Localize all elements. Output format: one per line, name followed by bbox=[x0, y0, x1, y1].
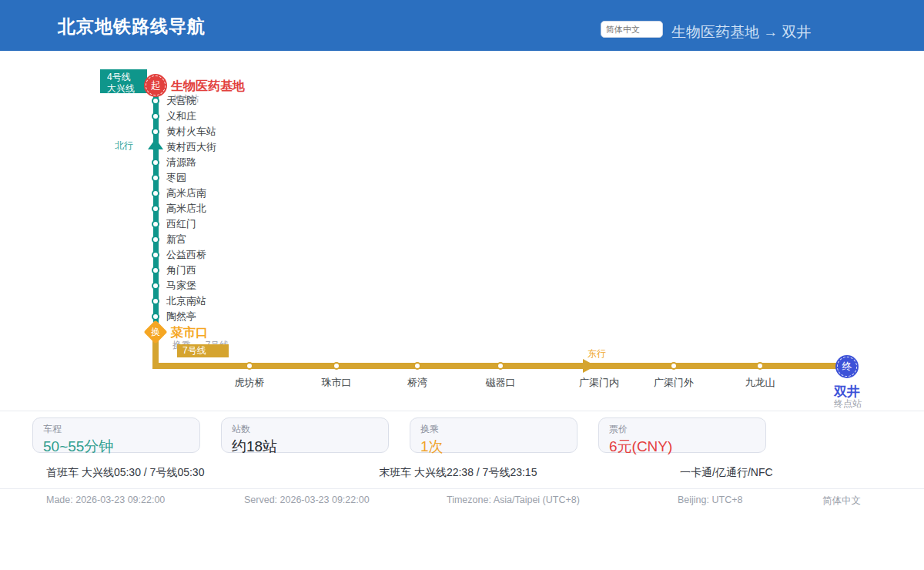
first-train-info: 首班车 大兴线05:30 / 7号线05:30 bbox=[46, 466, 204, 480]
line4-station-dot bbox=[152, 97, 159, 105]
line7-station-dot bbox=[246, 362, 253, 370]
line4-station-dot bbox=[152, 220, 159, 228]
summary-card-label: 车程 bbox=[43, 423, 199, 436]
summary-card-value: 约18站 bbox=[232, 437, 388, 457]
line4-station-label: 公益西桥 bbox=[166, 249, 206, 261]
eastbound-arrow-icon bbox=[583, 359, 596, 373]
line7-badge: 7号线 bbox=[177, 344, 229, 357]
footer-served: Served: 2026-03-23 09:22:00 bbox=[244, 495, 370, 505]
header-bar: 北京地铁路线导航 生物医药基地 → 双井 bbox=[0, 0, 924, 51]
line4-station-label: 北京南站 bbox=[166, 295, 206, 307]
line7-station-label: 广渠门内 bbox=[579, 376, 619, 390]
line4-badge: 4号线 大兴线 bbox=[100, 69, 147, 93]
summary-card-label: 换乘 bbox=[420, 423, 577, 436]
start-station-name: 生物医药基地 bbox=[171, 79, 245, 95]
line4-station-dot bbox=[152, 174, 159, 182]
terminal-badge: 终 bbox=[837, 357, 857, 377]
footer-beijing: Beijing: UTC+8 bbox=[678, 495, 742, 505]
line4-station-dot bbox=[152, 128, 159, 136]
line7-station-dot bbox=[756, 362, 764, 370]
payment-methods: 一卡通/亿通行/NFC bbox=[680, 466, 773, 480]
summary-divider bbox=[0, 411, 924, 411]
line4-station-label: 西红门 bbox=[166, 218, 196, 230]
last-train-info: 末班车 大兴线22:38 / 7号线23:15 bbox=[379, 466, 537, 480]
line4-station-label: 黄村西大街 bbox=[166, 141, 216, 153]
summary-card-label: 票价 bbox=[609, 423, 765, 436]
line7-station-dot bbox=[670, 362, 678, 370]
line7-station-dot bbox=[333, 362, 340, 370]
line4-station-dot bbox=[152, 112, 159, 120]
line4-station-dot bbox=[152, 159, 159, 166]
line4-badge-line2: 大兴线 bbox=[107, 83, 147, 93]
summary-card-value: 50~55分钟 bbox=[43, 437, 199, 457]
line7-station-dot bbox=[413, 362, 421, 370]
summary-card: 车程50~55分钟 bbox=[32, 417, 200, 453]
line4-station-label: 角门西 bbox=[166, 264, 196, 277]
line7-track-horizontal bbox=[152, 363, 839, 369]
transfer-badge-text: 换 bbox=[147, 324, 164, 340]
line7-station-label: 桥湾 bbox=[407, 376, 427, 390]
footer-made: Made: 2026-03-23 09:22:00 bbox=[46, 495, 165, 505]
line7-station-label: 虎坊桥 bbox=[235, 376, 265, 390]
summary-card-value: 1次 bbox=[420, 437, 577, 457]
start-badge: 起 bbox=[146, 75, 166, 96]
line4-station-label: 义和庄 bbox=[166, 110, 196, 122]
summary-card: 换乘1次 bbox=[410, 417, 578, 453]
line4-station-dot bbox=[152, 297, 159, 305]
line4-station-dot bbox=[152, 267, 159, 274]
line4-station-label: 马家堡 bbox=[166, 280, 196, 292]
footer-divider bbox=[0, 488, 924, 489]
line4-station-dot bbox=[152, 236, 159, 243]
line7-station-label: 磁器口 bbox=[486, 376, 516, 390]
page-title: 北京地铁路线导航 bbox=[58, 15, 206, 39]
transfer-badge: 换 bbox=[143, 320, 167, 344]
line4-station-label: 新宫 bbox=[166, 233, 186, 246]
language-input[interactable] bbox=[601, 21, 663, 38]
summary-card-value: 6元(CNY) bbox=[609, 437, 765, 457]
summary-card-label: 站数 bbox=[232, 423, 388, 436]
line4-station-label: 黄村火车站 bbox=[166, 126, 216, 138]
northbound-arrow-icon bbox=[148, 139, 163, 149]
line4-station-label: 高米店北 bbox=[166, 203, 206, 215]
app: 北京地铁路线导航 生物医药基地 → 双井 4号线 大兴线 起 生物医药基地 起点… bbox=[0, 0, 924, 570]
footer-language: 简体中文 bbox=[822, 495, 861, 508]
northbound-label: 北行 bbox=[115, 139, 133, 153]
summary-card: 站数约18站 bbox=[221, 417, 389, 453]
route-summary: 生物医药基地 → 双井 bbox=[671, 22, 812, 42]
terminal-station-subtitle: 终点站 bbox=[834, 397, 862, 411]
line4-station-dot bbox=[152, 282, 159, 290]
line4-station-label: 天宫院 bbox=[166, 95, 196, 107]
line7-station-label: 珠市口 bbox=[322, 376, 352, 390]
line7-station-label: 九龙山 bbox=[745, 376, 775, 390]
line7-station-dot bbox=[497, 362, 504, 370]
line4-badge-line1: 4号线 bbox=[107, 72, 147, 83]
line4-station-dot bbox=[152, 313, 159, 320]
footer-timezone: Timezone: Asia/Taipei (UTC+8) bbox=[447, 495, 580, 505]
summary-card: 票价6元(CNY) bbox=[598, 417, 766, 453]
line7-station-label: 广渠门外 bbox=[654, 376, 694, 390]
line4-station-label: 枣园 bbox=[166, 172, 186, 184]
line4-station-dot bbox=[152, 189, 159, 197]
line4-station-dot bbox=[152, 251, 159, 259]
line4-station-dot bbox=[152, 205, 159, 213]
line4-station-label: 清源路 bbox=[166, 156, 196, 169]
line4-station-label: 高米店南 bbox=[166, 187, 206, 200]
line4-station-label: 陶然亭 bbox=[166, 310, 196, 323]
